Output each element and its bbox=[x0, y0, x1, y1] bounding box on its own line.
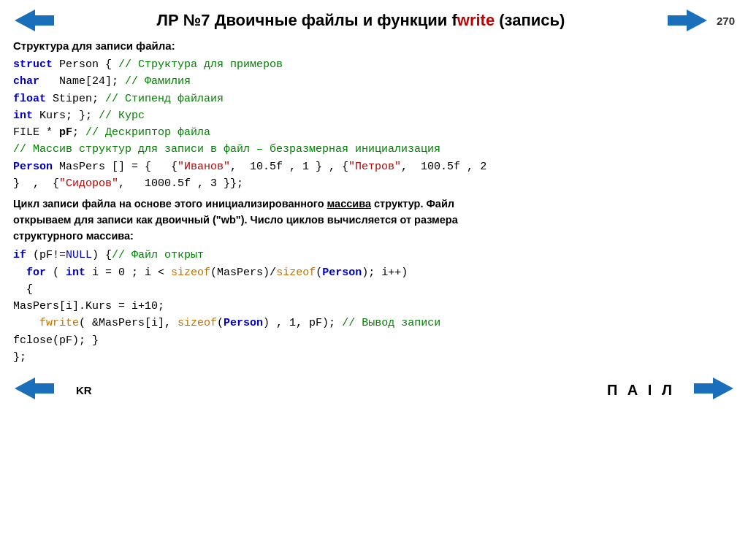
section-label: Структура для записи файла: bbox=[13, 39, 735, 52]
bottom-right: П А І Л bbox=[607, 376, 735, 404]
description-text: Цикл записи файла на основе этого инициа… bbox=[13, 196, 735, 244]
bottom-left: KR bbox=[13, 376, 92, 404]
svg-rect-7 bbox=[694, 383, 714, 394]
code-block-2: if (pF!=NULL) {// Файл открыт for ( int … bbox=[13, 247, 735, 366]
code-line-6: // Массив структур для записи в файл – б… bbox=[13, 141, 735, 158]
pail-label: П А І Л bbox=[607, 382, 675, 399]
code-line-5: FILE * pF; // Дескриптор файла bbox=[13, 124, 735, 141]
svg-marker-6 bbox=[713, 377, 733, 399]
nav-arrow-left[interactable] bbox=[13, 7, 57, 34]
code-line2-5: fwrite( &MasPers[i], sizeof(Person) , 1,… bbox=[13, 315, 735, 331]
code-line2-3: { bbox=[13, 281, 735, 298]
code-line2-6: fclose(pF); } bbox=[13, 332, 735, 349]
code-line-2: char Name[24]; // Фамилия bbox=[13, 73, 735, 90]
header-row: ЛР №7 Двоичные файлы и функции fwrite (з… bbox=[13, 7, 735, 34]
underline-massiva: массива bbox=[327, 198, 371, 210]
bottom-arrow-left[interactable] bbox=[13, 376, 56, 404]
code-line2-7: }; bbox=[13, 349, 735, 366]
bottom-arrow-right-icon[interactable] bbox=[692, 376, 735, 401]
arrow-right-icon[interactable] bbox=[666, 8, 709, 33]
code-line-1: struct Person { // Структура для примеро… bbox=[13, 56, 735, 73]
arrow-left-icon[interactable] bbox=[13, 8, 56, 33]
code-line-8: } , {"Сидоров", 1000.5f , 3 }}; bbox=[13, 175, 735, 192]
code-block-1: struct Person { // Структура для примеро… bbox=[13, 56, 735, 192]
title-red: write bbox=[457, 11, 495, 29]
bottom-arrow-left-icon[interactable] bbox=[13, 376, 56, 401]
title-end: (запись) bbox=[495, 11, 565, 29]
code-line2-4: MasPers[i].Kurs = i+10; bbox=[13, 298, 735, 315]
title-plain: ЛР №7 Двоичные файлы и функции f bbox=[157, 11, 457, 29]
bottom-arrow-right[interactable] bbox=[692, 376, 735, 404]
svg-marker-2 bbox=[687, 9, 707, 31]
svg-rect-5 bbox=[34, 383, 54, 394]
svg-marker-0 bbox=[15, 9, 35, 31]
code-line-7: Person MasPers [] = { {"Иванов", 10.5f ,… bbox=[13, 158, 735, 175]
bottom-row: KR П А І Л bbox=[13, 376, 735, 404]
code-line2-1: if (pF!=NULL) {// Файл открыт bbox=[13, 247, 735, 264]
svg-rect-3 bbox=[668, 15, 688, 26]
nav-arrow-right[interactable] bbox=[665, 7, 709, 34]
svg-rect-1 bbox=[34, 15, 54, 26]
code-line2-2: for ( int i = 0 ; i < sizeof(MasPers)/si… bbox=[13, 264, 735, 281]
page-number: 270 bbox=[709, 15, 735, 27]
code-line-4: int Kurs; }; // Курс bbox=[13, 107, 735, 124]
svg-marker-4 bbox=[15, 377, 35, 399]
kr-label: KR bbox=[76, 384, 92, 396]
code-line-3: float Stipen; // Стипенд файлаия bbox=[13, 91, 735, 107]
page-title: ЛР №7 Двоичные файлы и функции fwrite (з… bbox=[57, 11, 665, 30]
